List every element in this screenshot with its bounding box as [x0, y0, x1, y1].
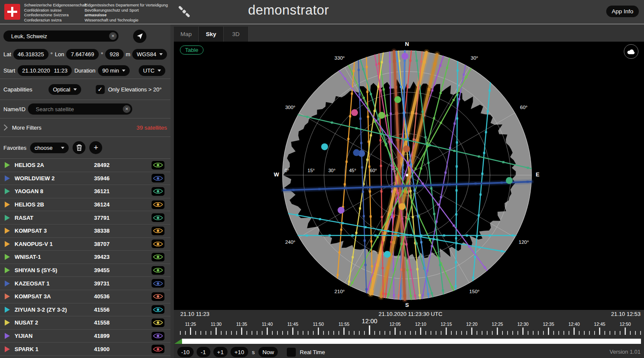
step-minus-1-button[interactable]: -1	[197, 347, 210, 357]
visibility-toggle[interactable]	[152, 332, 164, 340]
svg-text:21.10 11:23: 21.10 11:23	[180, 311, 210, 317]
satellite-icon	[174, 3, 194, 23]
satellite-row[interactable]: SPARK 1 41900	[0, 343, 170, 356]
satellite-row[interactable]: KOMPSAT 3A 40536	[0, 290, 170, 303]
lat-field[interactable]: 46.318325	[13, 49, 48, 60]
now-button[interactable]: Now	[258, 347, 278, 357]
visibility-toggle[interactable]	[152, 200, 164, 209]
delete-favorite-button[interactable]	[73, 141, 85, 154]
favorites-select[interactable]: choose	[30, 143, 69, 153]
clear-location-icon[interactable]: ×	[109, 32, 117, 40]
more-filters-toggle[interactable]: More Filters	[12, 124, 42, 131]
visibility-toggle[interactable]	[152, 213, 164, 222]
cloud-coverage-button[interactable]	[624, 44, 638, 59]
lon-field[interactable]: 7.647469	[66, 49, 98, 60]
visibility-toggle[interactable]	[152, 319, 164, 327]
capabilities-select[interactable]: Optical	[49, 84, 81, 95]
app-info-button[interactable]: App Info	[606, 6, 639, 17]
start-datetime-field[interactable]: 21.10.2020 11:23	[18, 65, 72, 76]
play-icon[interactable]	[4, 215, 10, 221]
satellite-row[interactable]: KANOPUS-V 1 38707	[0, 238, 170, 251]
play-icon[interactable]	[4, 201, 10, 208]
satellite-row[interactable]: YIJIAN 41899	[0, 330, 170, 343]
play-icon[interactable]	[4, 254, 10, 260]
visibility-toggle[interactable]	[152, 305, 164, 314]
play-icon[interactable]	[4, 175, 10, 182]
satellite-name: RASAT	[15, 215, 90, 221]
play-icon[interactable]	[4, 267, 10, 273]
visibility-toggle[interactable]	[152, 161, 164, 170]
satellite-search-input[interactable]	[32, 106, 121, 113]
satellite-row[interactable]: NUSAT 2 41558	[0, 316, 170, 330]
confederation-brand-text: Schweizerische Eidgenossenschaft Confédé…	[24, 3, 87, 23]
chevron-down-icon	[73, 88, 77, 91]
satellite-id: 28492	[94, 162, 147, 168]
eye-icon	[153, 188, 163, 194]
clear-search-icon[interactable]: ×	[123, 105, 131, 113]
satellite-row[interactable]: KAZEOSAT 1 39731	[0, 277, 170, 290]
real-time-checkbox[interactable]	[287, 348, 296, 357]
satellite-row[interactable]: HELIOS 2A 28492	[0, 159, 170, 172]
svg-text:210°: 210°	[334, 289, 345, 294]
step-plus-1-button[interactable]: +1	[213, 347, 228, 357]
svg-text:11:40: 11:40	[262, 322, 273, 327]
tab-3d[interactable]: 3D	[224, 27, 249, 42]
satellite-search-field[interactable]: ×	[28, 103, 132, 115]
location-search-input[interactable]: Leuk, Schweiz ×	[3, 30, 118, 42]
satellite-row[interactable]: WORLDVIEW 2 35946	[0, 172, 170, 185]
visibility-toggle[interactable]	[152, 174, 164, 182]
altitude-field[interactable]: 928	[105, 49, 124, 60]
tab-map[interactable]: Map	[174, 27, 199, 42]
play-icon[interactable]	[4, 346, 10, 352]
visibility-toggle[interactable]	[152, 345, 164, 353]
satellite-row[interactable]: WNISAT-1 39423	[0, 251, 170, 264]
satellite-row[interactable]: KOMPSAT 3 38338	[0, 225, 170, 238]
eye-icon	[153, 175, 163, 182]
visibility-toggle[interactable]	[152, 279, 164, 288]
add-favorite-button[interactable]: +	[89, 141, 102, 154]
lon-label: Lon	[55, 51, 64, 58]
visibility-toggle[interactable]	[152, 227, 164, 235]
play-icon[interactable]	[4, 280, 10, 287]
table-button[interactable]: Table	[180, 46, 204, 55]
duration-select[interactable]: 90 min	[98, 65, 130, 76]
timezone-select[interactable]: UTC	[139, 65, 165, 76]
capabilities-label: Capabilities	[3, 86, 32, 93]
play-icon[interactable]	[4, 228, 10, 234]
satellite-count: 39 satellites	[137, 124, 167, 131]
step-plus-10-button[interactable]: +10	[231, 347, 248, 357]
satellite-row[interactable]: YAOGAN 8 36121	[0, 185, 170, 198]
svg-text:120°: 120°	[519, 240, 529, 245]
playback-controls: -10 -1 +1 +10 s Now Real Time	[174, 346, 644, 358]
eye-icon	[153, 241, 163, 247]
visibility-toggle[interactable]	[152, 253, 164, 261]
satellite-row[interactable]: HELIOS 2B 36124	[0, 198, 170, 212]
timeline[interactable]: 21.10 11:2321.10.2020 11:23:30 UTC21.10 …	[174, 310, 644, 346]
svg-text:15°: 15°	[307, 168, 315, 173]
eye-icon	[153, 201, 163, 208]
visibility-toggle[interactable]	[152, 292, 164, 301]
play-icon[interactable]	[4, 188, 10, 194]
satellite-row[interactable]: RASAT 37791	[0, 211, 170, 225]
datum-select[interactable]: WGS84	[132, 49, 167, 60]
satellite-id: 38707	[94, 241, 147, 247]
visibility-toggle[interactable]	[152, 240, 164, 248]
play-icon[interactable]	[4, 293, 10, 300]
satellite-name: YIJIAN	[15, 333, 90, 339]
satellite-row[interactable]: ZIYUAN 3-2 (ZY 3-2) 41556	[0, 303, 170, 317]
satellite-row[interactable]: SHIYAN 5 (SY-5) 39455	[0, 264, 170, 277]
only-elevations-checkbox[interactable]: ✓	[96, 85, 105, 94]
play-icon[interactable]	[4, 162, 10, 168]
play-icon[interactable]	[4, 333, 10, 339]
satellite-id: 38338	[94, 228, 147, 234]
timeline-ruler[interactable]: 21.10 11:2321.10.2020 11:23:30 UTC21.10 …	[174, 310, 644, 346]
visibility-toggle[interactable]	[152, 187, 164, 196]
step-minus-10-button[interactable]: -10	[177, 347, 194, 357]
tab-sky[interactable]: Sky	[199, 27, 224, 42]
locate-me-button[interactable]	[133, 30, 146, 43]
play-icon[interactable]	[4, 241, 10, 247]
visibility-toggle[interactable]	[152, 266, 164, 275]
play-icon[interactable]	[4, 319, 10, 326]
satellite-name: ZIYUAN 3-2 (ZY 3-2)	[15, 306, 90, 313]
play-icon[interactable]	[4, 306, 10, 313]
